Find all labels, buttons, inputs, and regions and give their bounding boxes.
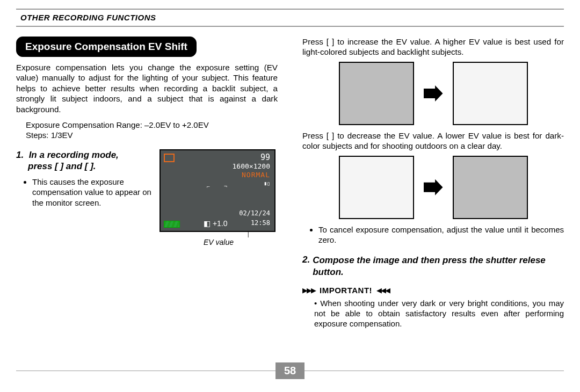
lcd-date: 02/12/24: [239, 209, 270, 217]
step-1-number: 1.: [16, 150, 24, 160]
increase-paragraph: Press [ ] to increase the EV value. A hi…: [302, 37, 564, 57]
lcd-mode: NORMAL: [242, 171, 270, 179]
lcd-illustration: 99 1600×1200 NORMAL ▮▯ ⌐ ¬ 02/12/24 12:5…: [160, 149, 278, 246]
left-column: Exposure Compensation EV Shift Exposure …: [16, 37, 278, 329]
lcd-battery-icon: ▮▯: [264, 180, 270, 186]
important-body: • When shooting under very dark or very …: [314, 298, 564, 329]
lcd-time: 12:58: [251, 219, 270, 227]
cancel-bullet: To cancel exposure compensation, adjust …: [318, 224, 564, 245]
lcd-ev-value: +1.0: [204, 219, 228, 228]
illustration-after-bright: [453, 62, 528, 125]
illustration-before-bright: [339, 156, 414, 219]
lcd-screen: 99 1600×1200 NORMAL ▮▯ ⌐ ¬ 02/12/24 12:5…: [160, 149, 276, 232]
lcd-rec-icon: [164, 154, 175, 162]
step-2-title: Compose the image and then press the shu…: [313, 255, 564, 278]
header-text: OTHER RECORDING FUNCTIONS: [20, 13, 156, 22]
steps-line: Steps: 1/3EV: [26, 130, 278, 140]
section-title-text: Exposure Compensation EV Shift: [25, 41, 187, 52]
increase-illustration: [302, 62, 564, 125]
arrow-right-icon: [424, 85, 443, 101]
lcd-resolution: 1600×1200: [233, 162, 270, 170]
range-line: Exposure Compensation Range: –2.0EV to +…: [26, 120, 278, 130]
decrease-paragraph: Press [ ] to decrease the EV value. A lo…: [302, 130, 564, 151]
right-column: Press [ ] to increase the EV value. A hi…: [302, 37, 564, 329]
page-footer: 58: [16, 362, 564, 379]
intro-paragraph: Exposure compensation lets you change th…: [16, 62, 278, 114]
lcd-focus-brackets: ⌐ ¬: [207, 184, 233, 190]
important-label: IMPORTANT!: [320, 286, 372, 295]
illustration-before-dark: [339, 62, 414, 125]
step-1-bullet: This causes the exposure compensation va…: [32, 177, 153, 208]
step-2-number: 2.: [302, 255, 310, 278]
step-1-title-line1: In a recording mode,: [29, 150, 119, 160]
important-body-text: When shooting under very dark or very br…: [314, 299, 564, 328]
lcd-shots: 99: [260, 153, 270, 162]
step-1: 1. In a recording mode, press [ ] and [ …: [16, 149, 278, 246]
important-heading: ▶▶▶ IMPORTANT! ◀◀◀: [302, 286, 564, 295]
section-title: Exposure Compensation EV Shift: [16, 37, 197, 57]
illustration-after-dark: [453, 156, 528, 219]
header-bar: OTHER RECORDING FUNCTIONS: [16, 9, 564, 27]
footer-rule-left: [16, 371, 276, 371]
step-1-title-line2: press [ ] and [ ].: [28, 161, 153, 172]
arrow-right-icon: [424, 179, 443, 195]
range-block: Exposure Compensation Range: –2.0EV to +…: [26, 120, 278, 140]
decrease-illustration: [302, 156, 564, 219]
footer-rule-right: [305, 371, 564, 371]
ev-caption: EV value: [160, 238, 278, 246]
page-number: 58: [276, 362, 305, 379]
triangle-right-icon: ▶▶▶: [302, 286, 315, 294]
lcd-battery-left: [164, 221, 180, 228]
triangle-left-icon: ◀◀◀: [376, 286, 389, 294]
